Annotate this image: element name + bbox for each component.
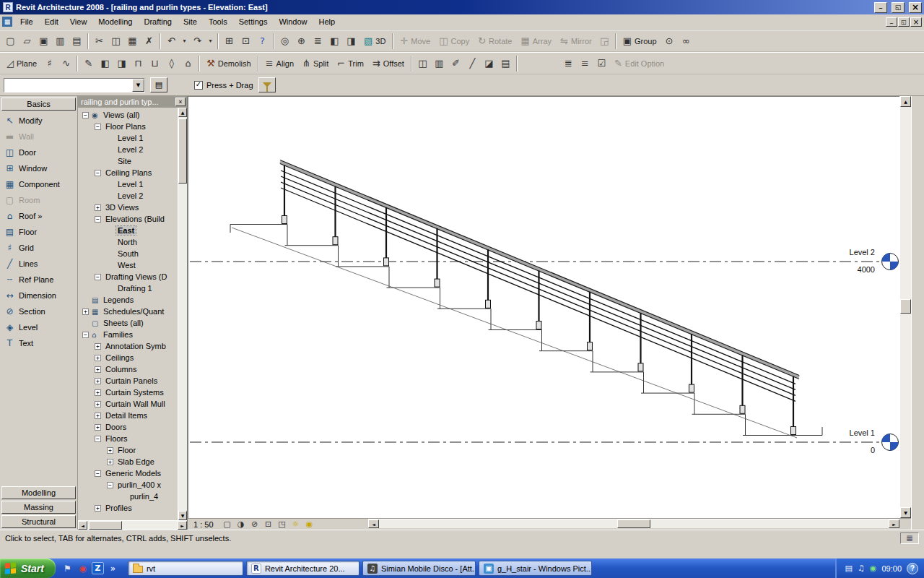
tool-demolish-button[interactable]: ⚒Demolish bbox=[202, 55, 256, 72]
expand-toggle[interactable]: + bbox=[107, 447, 113, 454]
tree-item-floor[interactable]: +Floor bbox=[78, 444, 178, 456]
designbar-tab-massing[interactable]: Massing bbox=[1, 501, 76, 514]
tree-item-west[interactable]: West bbox=[78, 259, 178, 271]
canvas-horizontal-scrollbar[interactable]: ◄ ► bbox=[368, 519, 899, 528]
menu-view[interactable]: View bbox=[64, 15, 93, 28]
designbar-item-dimension[interactable]: ↔Dimension bbox=[1, 288, 76, 303]
designbar-item-floor[interactable]: ▤Floor bbox=[1, 224, 76, 240]
tray-keyboard-icon[interactable]: ▤ bbox=[845, 564, 853, 573]
designbar-tab-structural[interactable]: Structural bbox=[1, 515, 76, 528]
browser-close-icon[interactable]: × bbox=[175, 98, 186, 106]
canvas-scroll-right-icon[interactable]: ► bbox=[889, 519, 899, 528]
tool-undo-button[interactable]: ↶ bbox=[163, 33, 180, 50]
tool-linework-button[interactable]: ╱ bbox=[464, 55, 481, 72]
designbar-item-window[interactable]: ⊞Window bbox=[1, 160, 76, 176]
menu-file[interactable]: File bbox=[14, 15, 39, 28]
canvas-scroll-down-icon[interactable]: ▼ bbox=[900, 507, 911, 518]
designbar-item-section[interactable]: ⊘Section bbox=[1, 303, 76, 319]
tool-save-button[interactable]: ▣ bbox=[35, 33, 52, 50]
designbar-item-door[interactable]: ◫Door bbox=[1, 144, 76, 160]
expand-toggle[interactable]: + bbox=[95, 413, 101, 419]
tool-worksets-button[interactable]: ⊞ bbox=[221, 33, 237, 50]
tool-shaded-view-button[interactable]: ◧ bbox=[326, 33, 343, 50]
tool-paste-aligned-button[interactable]: ▥ bbox=[431, 55, 448, 72]
tool-save-all-button[interactable]: ▥ bbox=[52, 33, 69, 50]
quick-launch-uk-flag-icon[interactable]: ⚑ bbox=[61, 562, 74, 574]
tree-item-drafting-1[interactable]: Drafting 1 bbox=[78, 282, 178, 294]
collapse-toggle[interactable]: − bbox=[82, 112, 89, 118]
tree-item-doors[interactable]: +Doors bbox=[78, 421, 178, 433]
browser-vscroll-track[interactable] bbox=[178, 117, 187, 511]
tool-plane-button[interactable]: ◿Plane bbox=[2, 55, 41, 72]
tool-align-button[interactable]: ≡Align bbox=[261, 55, 298, 72]
tool-trim-button[interactable]: ⌐Trim bbox=[333, 55, 368, 72]
tool-spline-button[interactable]: ∿ bbox=[58, 55, 74, 72]
dropdown-arrow-icon[interactable]: ▼ bbox=[132, 79, 144, 92]
tool-sort-list-2-button[interactable]: ≡ bbox=[577, 55, 593, 72]
z-app-icon[interactable]: Z bbox=[92, 562, 104, 574]
menu-edit[interactable]: Edit bbox=[39, 15, 64, 28]
tree-item-north[interactable]: North bbox=[78, 236, 178, 248]
canvas-scroll-left-icon[interactable]: ◄ bbox=[368, 519, 379, 528]
tree-item-annotation-symb[interactable]: +Annotation Symb bbox=[78, 340, 178, 352]
expand-toggle[interactable]: + bbox=[95, 366, 101, 373]
tool-redo-dropdown-button[interactable]: ▾ bbox=[206, 33, 215, 50]
tool-steering-wheel-button[interactable]: ◎ bbox=[276, 33, 293, 50]
expand-toggle[interactable]: + bbox=[82, 309, 89, 315]
tree-item-curtain-systems[interactable]: +Curtain Systems bbox=[78, 387, 178, 398]
tray-volume-icon[interactable]: ♫ bbox=[858, 564, 865, 573]
tree-item-views-all[interactable]: −◉Views (all) bbox=[78, 109, 178, 121]
tree-item-families[interactable]: −⌂Families bbox=[78, 329, 178, 340]
press-drag-checkbox[interactable] bbox=[194, 81, 203, 90]
scroll-up-icon[interactable]: ▲ bbox=[178, 108, 187, 117]
tree-item-level-1[interactable]: Level 1 bbox=[78, 178, 178, 190]
collapse-toggle[interactable]: − bbox=[95, 274, 101, 280]
designbar-item-text[interactable]: TText bbox=[1, 335, 76, 351]
filter-button[interactable] bbox=[258, 77, 276, 92]
collapse-toggle[interactable]: − bbox=[95, 216, 101, 223]
collapse-toggle[interactable]: − bbox=[95, 124, 101, 130]
tool-new-button[interactable]: ▢ bbox=[2, 33, 19, 50]
menu-site[interactable]: Site bbox=[178, 15, 203, 28]
expand-toggle[interactable]: + bbox=[95, 378, 101, 384]
scale-indicator[interactable]: 1 : 50 bbox=[193, 520, 214, 529]
designbar-item-level[interactable]: ◈Level bbox=[1, 319, 76, 335]
tree-item-floor-plans[interactable]: −Floor Plans bbox=[78, 121, 178, 132]
expand-toggle[interactable]: + bbox=[95, 401, 101, 407]
tool-view-list-button[interactable]: ≣ bbox=[310, 33, 326, 50]
browser-hscroll-track[interactable] bbox=[87, 521, 178, 530]
tool-copy-clip-button[interactable]: ◫ bbox=[414, 55, 431, 72]
expand-toggle[interactable]: + bbox=[95, 204, 101, 211]
tree-item-curtain-panels[interactable]: +Curtain Panels bbox=[78, 375, 178, 387]
taskbar-task-revit-architecture-20[interactable]: RRevit Architecture 20... bbox=[246, 561, 359, 576]
tool-paste-button[interactable]: ▦ bbox=[124, 33, 141, 50]
designbar-item-component[interactable]: ▦Component bbox=[1, 176, 76, 192]
expand-toggle[interactable]: + bbox=[95, 505, 101, 512]
tool-offset-button[interactable]: ⇉Offset bbox=[368, 55, 409, 72]
tree-item-legends[interactable]: ▤Legends bbox=[78, 294, 178, 306]
mdi-close-button[interactable] bbox=[910, 17, 922, 27]
tool-door-left-button[interactable]: ◧ bbox=[97, 55, 113, 72]
minimize-button[interactable] bbox=[874, 2, 887, 13]
scroll-down-icon[interactable]: ▼ bbox=[178, 511, 187, 520]
tree-item-purlin-400-x[interactable]: −purlin_400 x bbox=[78, 479, 178, 491]
tree-item-generic-models[interactable]: −Generic Models bbox=[78, 467, 178, 479]
browser-vscroll-thumb[interactable] bbox=[178, 118, 187, 184]
tool-shaded-view-2-button[interactable]: ◨ bbox=[343, 33, 359, 50]
tray-status-icon[interactable]: ◉ bbox=[870, 564, 877, 573]
quick-launch-red-launcher-icon[interactable]: ◉ bbox=[77, 562, 89, 574]
expand-toggle[interactable]: + bbox=[95, 355, 101, 361]
viewbar-shade-button[interactable]: ◑ bbox=[235, 519, 247, 529]
tree-item-site[interactable]: Site bbox=[78, 155, 178, 167]
mdi-restore-button[interactable] bbox=[898, 17, 910, 27]
properties-button[interactable]: ▤ bbox=[150, 77, 167, 92]
taskbar-task-g-h-stair-windows-pict[interactable]: ▣g_H_stair - Windows Pict... bbox=[479, 561, 592, 576]
tool-copy-button[interactable]: ◫ bbox=[108, 33, 124, 50]
tool-sheet-button[interactable]: ▤ bbox=[497, 55, 514, 72]
close-button[interactable] bbox=[909, 2, 922, 13]
taskbar-task-simian-mobile-disco-att[interactable]: ♫Simian Mobile Disco - [Att... bbox=[362, 561, 476, 576]
taskbar-clock[interactable]: 09:00 bbox=[881, 564, 902, 573]
designbar-tab-modelling[interactable]: Modelling bbox=[1, 486, 76, 499]
tree-item-level-2[interactable]: Level 2 bbox=[78, 190, 178, 202]
tree-item-schedules-quant[interactable]: +▦Schedules/Quant bbox=[78, 306, 178, 317]
